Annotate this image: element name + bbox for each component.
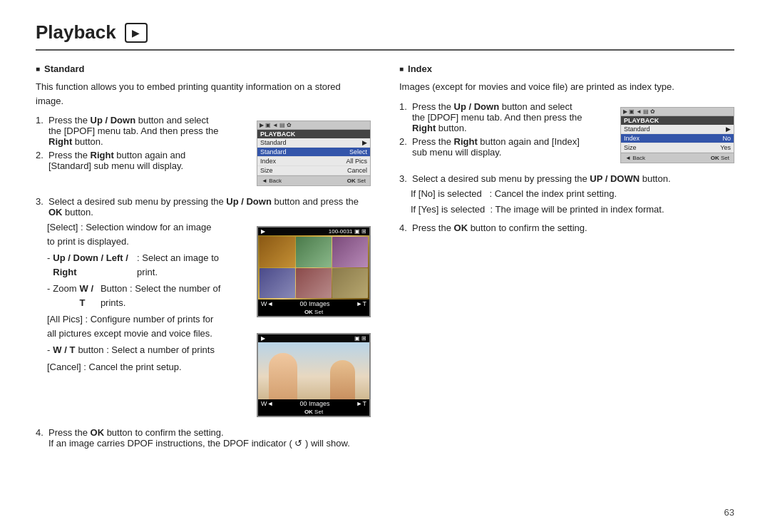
right-step1-number: 1. [399, 101, 409, 112]
right-step4-number: 4. [399, 222, 409, 233]
right-step4-text: Press the OK button to confirm the setti… [412, 222, 587, 233]
bracket-item-cancel: [Cancel] : Cancel the print setup. [47, 360, 221, 374]
right-section-intro: Images (except for movies and voice file… [399, 80, 734, 94]
right-step2-text: Press the Right button again and [Index]… [412, 136, 585, 158]
dash-item-zoom: Zoom W / T Button : Select the number of… [47, 282, 221, 310]
left-section-header: Standard [36, 63, 371, 74]
left-step1-text: Press the Up / Down button and select th… [48, 115, 221, 147]
left-step1-number: 1. [36, 115, 46, 126]
if-item-no: If [No] is selected : Cancel the index p… [411, 187, 734, 201]
bracket-item-allpics: [All Pics] : Configure number of prints … [47, 312, 221, 340]
page-number: 63 [724, 507, 734, 518]
dash-item-updown: Up / Down / Left / Right : Select an ima… [47, 251, 221, 279]
left-menu-screen: ▶▣◄▤✿ PLAYBACK Standard▶ StandardSelect … [257, 121, 371, 186]
if-item-yes: If [Yes] is selected : The image will be… [411, 203, 734, 217]
left-step2-number: 2. [36, 150, 46, 160]
playback-icon: ▶ [125, 23, 148, 43]
left-column: Standard This function allows you to emb… [36, 63, 371, 451]
left-section-intro: This function allows you to embed printi… [36, 80, 371, 108]
left-step3-text: Select a desired sub menu by pressing th… [48, 196, 371, 218]
left-step4-number: 4. [36, 427, 46, 438]
right-section-header: Index [399, 63, 734, 74]
left-step3-number: 3. [36, 196, 46, 207]
page-title: Playback ▶ [36, 21, 734, 51]
right-column: Index Images (except for movies and voic… [399, 63, 734, 451]
right-menu-screen: ▶▣◄▤✿ PLAYBACK Standard▶ IndexNo SizeYes… [620, 107, 734, 163]
preview-screen-2: ▶▣ ⊞ W◄00 Images►T OK Set [257, 333, 371, 417]
right-step1-text: Press the Up / Down button and select th… [412, 101, 585, 133]
preview-screen-1: ▶100-0031 ▣ ⊞ W [257, 226, 371, 317]
right-step2-number: 2. [399, 136, 409, 147]
left-step4-text: Press the OK button to confirm the setti… [48, 427, 350, 449]
left-step2-text: Press the Right button again and [Standa… [48, 150, 221, 171]
right-step3-number: 3. [399, 173, 409, 184]
dash-item-wt: W / T button : Select a number of prints [47, 343, 221, 357]
right-step3-text: Select a desired sub menu by pressing th… [412, 173, 671, 184]
bracket-item-select: [Select] : Selection window for an image… [47, 220, 221, 248]
